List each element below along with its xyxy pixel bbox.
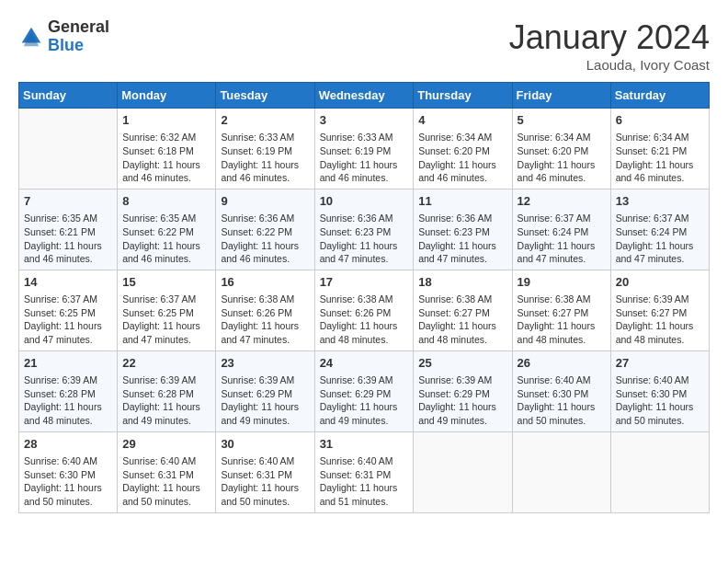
calendar-cell: 30Sunrise: 6:40 AMSunset: 6:31 PMDayligh…	[216, 431, 314, 512]
daylight-text: Daylight: 11 hours and 48 minutes.	[24, 400, 112, 427]
daylight-text: Daylight: 11 hours and 49 minutes.	[221, 400, 309, 427]
sunrise-text: Sunrise: 6:34 AM	[418, 131, 506, 144]
day-number: 13	[616, 193, 704, 210]
calendar-week-row: 28Sunrise: 6:40 AMSunset: 6:30 PMDayligh…	[19, 431, 710, 512]
calendar-cell: 1Sunrise: 6:32 AMSunset: 6:18 PMDaylight…	[118, 109, 216, 190]
sunset-text: Sunset: 6:23 PM	[418, 225, 506, 239]
calendar-week-row: 21Sunrise: 6:39 AMSunset: 6:28 PMDayligh…	[19, 350, 710, 431]
sunset-text: Sunset: 6:20 PM	[418, 144, 506, 158]
day-number: 29	[122, 436, 210, 453]
sunrise-text: Sunrise: 6:36 AM	[221, 212, 309, 225]
location: Laouda, Ivory Coast	[509, 57, 710, 73]
weekday-header: Thursday	[414, 83, 512, 109]
daylight-text: Daylight: 11 hours and 50 minutes.	[616, 400, 704, 427]
calendar-cell	[512, 431, 610, 512]
day-number: 1	[122, 112, 210, 129]
day-number: 18	[418, 274, 506, 291]
daylight-text: Daylight: 11 hours and 47 minutes.	[122, 319, 210, 346]
calendar-cell: 8Sunrise: 6:35 AMSunset: 6:22 PMDaylight…	[118, 189, 216, 270]
day-number: 26	[518, 355, 606, 372]
sunset-text: Sunset: 6:22 PM	[122, 225, 210, 239]
daylight-text: Daylight: 11 hours and 50 minutes.	[518, 400, 606, 427]
calendar-week-row: 7Sunrise: 6:35 AMSunset: 6:21 PMDaylight…	[19, 189, 710, 270]
calendar-cell: 15Sunrise: 6:37 AMSunset: 6:25 PMDayligh…	[118, 270, 216, 350]
day-number: 11	[418, 193, 506, 210]
day-number: 20	[616, 274, 704, 291]
sunrise-text: Sunrise: 6:33 AM	[221, 131, 309, 144]
daylight-text: Daylight: 11 hours and 46 minutes.	[221, 239, 309, 266]
day-number: 19	[518, 274, 606, 291]
day-number: 8	[122, 193, 210, 210]
sunrise-text: Sunrise: 6:38 AM	[320, 293, 409, 306]
sunset-text: Sunset: 6:31 PM	[320, 468, 409, 482]
daylight-text: Daylight: 11 hours and 49 minutes.	[122, 400, 210, 427]
calendar-table: SundayMondayTuesdayWednesdayThursdayFrid…	[18, 82, 710, 513]
sunset-text: Sunset: 6:27 PM	[418, 306, 506, 320]
sunset-text: Sunset: 6:21 PM	[24, 225, 112, 239]
calendar-cell: 23Sunrise: 6:39 AMSunset: 6:29 PMDayligh…	[216, 350, 314, 431]
calendar-cell	[610, 431, 709, 512]
sunrise-text: Sunrise: 6:35 AM	[24, 212, 112, 225]
daylight-text: Daylight: 11 hours and 49 minutes.	[320, 400, 409, 427]
day-number: 23	[221, 355, 309, 372]
sunrise-text: Sunrise: 6:34 AM	[518, 131, 606, 144]
sunrise-text: Sunrise: 6:40 AM	[518, 373, 606, 387]
calendar-cell: 7Sunrise: 6:35 AMSunset: 6:21 PMDaylight…	[19, 189, 118, 270]
daylight-text: Daylight: 11 hours and 47 minutes.	[221, 319, 309, 346]
daylight-text: Daylight: 11 hours and 46 minutes.	[221, 158, 309, 185]
sunrise-text: Sunrise: 6:38 AM	[518, 293, 606, 306]
day-number: 9	[221, 193, 309, 210]
weekday-header: Saturday	[610, 83, 709, 109]
weekday-header-row: SundayMondayTuesdayWednesdayThursdayFrid…	[19, 83, 710, 109]
weekday-header: Wednesday	[314, 83, 414, 109]
sunset-text: Sunset: 6:30 PM	[24, 468, 112, 482]
calendar-cell: 3Sunrise: 6:33 AMSunset: 6:19 PMDaylight…	[314, 109, 414, 190]
daylight-text: Daylight: 11 hours and 47 minutes.	[320, 239, 409, 266]
daylight-text: Daylight: 11 hours and 46 minutes.	[418, 158, 506, 185]
calendar-week-row: 1Sunrise: 6:32 AMSunset: 6:18 PMDaylight…	[19, 109, 710, 190]
sunset-text: Sunset: 6:22 PM	[221, 225, 309, 239]
sunset-text: Sunset: 6:20 PM	[518, 144, 606, 158]
calendar-cell: 10Sunrise: 6:36 AMSunset: 6:23 PMDayligh…	[314, 189, 414, 270]
calendar-cell: 31Sunrise: 6:40 AMSunset: 6:31 PMDayligh…	[314, 431, 414, 512]
day-number: 3	[320, 112, 409, 129]
daylight-text: Daylight: 11 hours and 48 minutes.	[616, 319, 704, 346]
sunset-text: Sunset: 6:27 PM	[616, 306, 704, 320]
calendar-cell: 20Sunrise: 6:39 AMSunset: 6:27 PMDayligh…	[610, 270, 709, 350]
sunset-text: Sunset: 6:19 PM	[320, 144, 409, 158]
sunset-text: Sunset: 6:26 PM	[221, 306, 309, 320]
day-number: 4	[418, 112, 506, 129]
sunset-text: Sunset: 6:29 PM	[221, 387, 309, 401]
calendar-cell: 14Sunrise: 6:37 AMSunset: 6:25 PMDayligh…	[19, 270, 118, 350]
logo-icon	[18, 24, 44, 50]
sunset-text: Sunset: 6:24 PM	[518, 225, 606, 239]
day-number: 7	[24, 193, 112, 210]
sunrise-text: Sunrise: 6:38 AM	[221, 293, 309, 306]
sunrise-text: Sunrise: 6:39 AM	[320, 373, 409, 387]
sunrise-text: Sunrise: 6:36 AM	[418, 212, 506, 225]
sunrise-text: Sunrise: 6:39 AM	[122, 373, 210, 387]
weekday-header: Sunday	[19, 83, 118, 109]
daylight-text: Daylight: 11 hours and 46 minutes.	[24, 239, 112, 266]
day-number: 31	[320, 436, 409, 453]
sunset-text: Sunset: 6:30 PM	[518, 387, 606, 401]
calendar-cell: 28Sunrise: 6:40 AMSunset: 6:30 PMDayligh…	[19, 431, 118, 512]
calendar-cell: 19Sunrise: 6:38 AMSunset: 6:27 PMDayligh…	[512, 270, 610, 350]
day-number: 27	[616, 355, 704, 372]
sunrise-text: Sunrise: 6:35 AM	[122, 212, 210, 225]
sunset-text: Sunset: 6:31 PM	[122, 468, 210, 482]
sunrise-text: Sunrise: 6:39 AM	[24, 373, 112, 387]
daylight-text: Daylight: 11 hours and 51 minutes.	[320, 481, 409, 508]
sunrise-text: Sunrise: 6:40 AM	[221, 454, 309, 468]
sunrise-text: Sunrise: 6:40 AM	[616, 373, 704, 387]
daylight-text: Daylight: 11 hours and 49 minutes.	[418, 400, 506, 427]
calendar-cell: 12Sunrise: 6:37 AMSunset: 6:24 PMDayligh…	[512, 189, 610, 270]
sunset-text: Sunset: 6:18 PM	[122, 144, 210, 158]
day-number: 16	[221, 274, 309, 291]
sunrise-text: Sunrise: 6:34 AM	[616, 131, 704, 144]
sunrise-text: Sunrise: 6:40 AM	[122, 454, 210, 468]
sunset-text: Sunset: 6:29 PM	[320, 387, 409, 401]
weekday-header: Tuesday	[216, 83, 314, 109]
daylight-text: Daylight: 11 hours and 46 minutes.	[122, 158, 210, 185]
sunset-text: Sunset: 6:28 PM	[24, 387, 112, 401]
